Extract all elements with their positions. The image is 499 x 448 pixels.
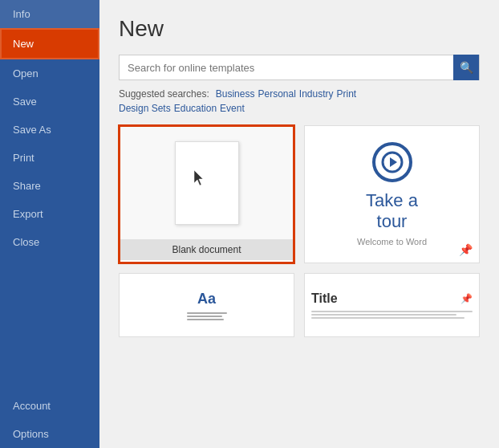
suggested-personal[interactable]: Personal <box>258 88 295 100</box>
suggested-print[interactable]: Print <box>337 88 357 100</box>
suggested-design-sets[interactable]: Design Sets <box>119 103 171 114</box>
sidebar-item-save[interactable]: Save <box>0 88 99 116</box>
blank-doc-preview-area <box>120 127 293 239</box>
pin-icon: 📌 <box>459 243 473 256</box>
aa-preview: Aa <box>197 291 216 307</box>
search-input[interactable] <box>120 59 453 77</box>
sidebar-item-close[interactable]: Close <box>0 228 99 256</box>
title-preview-text: Title <box>311 291 338 306</box>
sidebar: Info New Open Save Save As Print Share E… <box>0 0 99 448</box>
tour-title: Take a tour <box>366 190 418 233</box>
svg-marker-2 <box>390 157 397 167</box>
sidebar-item-export[interactable]: Export <box>0 200 99 228</box>
title-template-card[interactable]: Title 📌 <box>304 273 480 337</box>
suggested-education[interactable]: Education <box>174 103 217 114</box>
cursor-icon <box>194 170 207 186</box>
search-button[interactable]: 🔍 <box>453 55 479 80</box>
aa-lines <box>187 312 227 320</box>
suggested-event[interactable]: Event <box>220 103 245 114</box>
search-bar: 🔍 <box>119 55 480 80</box>
sidebar-item-print[interactable]: Print <box>0 144 99 172</box>
title-lines <box>311 311 473 319</box>
blank-document-card[interactable]: Blank document <box>119 125 294 263</box>
suggested-business[interactable]: Business <box>216 88 255 100</box>
suggested-industry[interactable]: Industry <box>299 88 334 100</box>
suggested-searches-row: Suggested searches: Business Personal In… <box>119 88 480 100</box>
tour-card[interactable]: Take a tour Welcome to Word 📌 <box>304 125 480 263</box>
suggested-label: Suggested searches: <box>119 88 209 100</box>
sidebar-item-account[interactable]: Account <box>0 392 99 420</box>
tour-arrow-icon <box>372 142 412 182</box>
sidebar-item-share[interactable]: Share <box>0 172 99 200</box>
sidebar-item-new[interactable]: New <box>0 28 99 59</box>
main-content: New 🔍 Suggested searches: Business Perso… <box>99 0 499 448</box>
svg-marker-0 <box>194 170 203 185</box>
sidebar-item-options[interactable]: Options <box>0 420 99 448</box>
search-icon: 🔍 <box>460 61 473 74</box>
title-pin-icon: 📌 <box>460 293 473 304</box>
page-title: New <box>119 16 480 42</box>
sidebar-item-save-as[interactable]: Save As <box>0 116 99 144</box>
tour-subtitle: Welcome to Word <box>357 237 427 246</box>
sidebar-item-info[interactable]: Info <box>0 0 99 28</box>
suggested-searches-row2: Design Sets Education Event <box>119 103 480 114</box>
blank-doc-label: Blank document <box>120 239 293 260</box>
aa-template-card[interactable]: Aa <box>119 273 294 337</box>
sidebar-item-open[interactable]: Open <box>0 59 99 88</box>
